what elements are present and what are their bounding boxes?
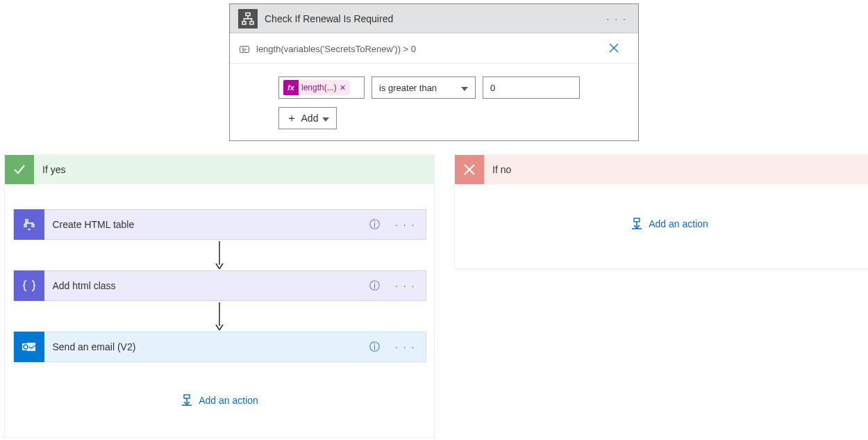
if-no-label: If no [492, 164, 511, 175]
chevron-down-icon [322, 113, 329, 124]
add-action-button-no[interactable]: Add an action [631, 218, 708, 230]
action-menu-button[interactable]: · · · [392, 280, 418, 291]
data-operations-icon [14, 270, 44, 301]
condition-body: fx length(...) ✕ is greater than ＋ Add [230, 64, 638, 140]
help-icon[interactable]: ⓘ [369, 218, 380, 231]
add-condition-label: Add [301, 113, 319, 124]
if-no-header[interactable]: If no [455, 155, 868, 184]
add-action-label: Add an action [649, 218, 708, 229]
svg-rect-7 [184, 395, 190, 398]
if-no-branch: If no Add an action [454, 154, 868, 269]
flow-arrow [215, 302, 224, 330]
action-menu-button[interactable]: · · · [392, 219, 418, 230]
data-operations-icon [14, 209, 44, 240]
condition-menu-button[interactable]: · · · [604, 13, 630, 24]
expression-token[interactable]: fx length(...) ✕ [283, 80, 350, 95]
condition-title: Check If Renewal Is Required [265, 13, 604, 24]
cross-icon [455, 155, 484, 184]
left-operand-field[interactable]: fx length(...) ✕ [278, 76, 365, 99]
svg-rect-8 [634, 218, 640, 222]
fx-icon: fx [283, 80, 299, 95]
action-menu-button[interactable]: · · · [392, 341, 418, 352]
add-action-icon [181, 394, 193, 407]
add-condition-button[interactable]: ＋ Add [278, 107, 337, 129]
action-create-html-table[interactable]: Create HTML table ⓘ · · · [13, 209, 426, 240]
operator-select[interactable]: is greater than [372, 76, 476, 99]
flow-arrow [215, 241, 224, 269]
plus-icon: ＋ [286, 111, 297, 126]
svg-rect-2 [250, 22, 253, 24]
check-icon [5, 155, 34, 184]
action-title: Add html class [53, 280, 370, 291]
add-action-icon [631, 218, 643, 230]
operator-label: is greater than [379, 83, 437, 93]
outlook-icon [14, 332, 44, 362]
condition-icon [238, 9, 258, 28]
action-title: Create HTML table [53, 219, 370, 230]
condition-row: fx length(...) ✕ is greater than [278, 76, 628, 99]
help-icon[interactable]: ⓘ [369, 341, 380, 354]
chevron-down-icon [461, 83, 468, 93]
add-action-label: Add an action [199, 395, 258, 406]
if-yes-label: If yes [42, 164, 65, 175]
condition-card: Check If Renewal Is Required · · · lengt… [229, 3, 639, 141]
action-send-email-v2[interactable]: Send an email (V2) ⓘ · · · [13, 332, 426, 362]
condition-summary-bar: length(variables('SecretsToRenew')) > 0 [230, 33, 638, 64]
if-yes-branch: If yes Create HTML table ⓘ · · · Add htm… [4, 154, 435, 438]
remove-token-button[interactable]: ✕ [340, 83, 346, 92]
add-action-button-yes[interactable]: Add an action [181, 394, 258, 407]
action-add-html-class[interactable]: Add html class ⓘ · · · [13, 270, 426, 301]
svg-rect-1 [242, 22, 246, 24]
collapse-condition-button[interactable] [605, 40, 628, 58]
action-title: Send an email (V2) [53, 341, 370, 352]
if-yes-header[interactable]: If yes [5, 155, 434, 184]
help-icon[interactable]: ⓘ [369, 279, 380, 293]
condition-expression-text: length(variables('SecretsToRenew')) > 0 [256, 44, 416, 54]
svg-rect-0 [246, 13, 250, 15]
condition-header[interactable]: Check If Renewal Is Required · · · [230, 4, 638, 33]
rename-icon [240, 44, 251, 54]
if-yes-actions: Create HTML table ⓘ · · · Add html class… [5, 184, 434, 419]
right-operand-input[interactable] [483, 76, 580, 99]
expression-token-label: length(...) [301, 83, 337, 92]
